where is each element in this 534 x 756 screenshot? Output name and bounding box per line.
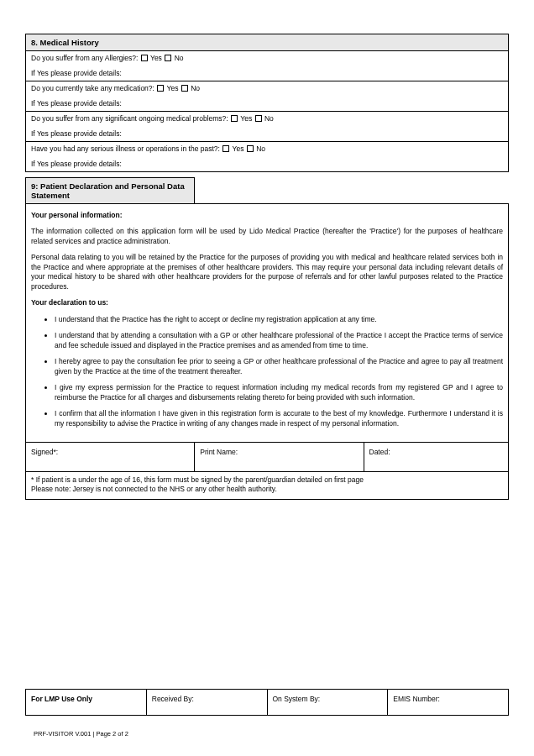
signed-cell[interactable]: Signed*:	[26, 442, 195, 471]
print-name-cell[interactable]: Print Name:	[195, 442, 364, 471]
problems-yes-checkbox[interactable]	[231, 115, 238, 122]
illness-question: Have you had any serious illness or oper…	[31, 144, 220, 153]
dated-label: Dated:	[369, 448, 390, 456]
personal-info-heading: Your personal information:	[31, 211, 503, 220]
no-label: No	[256, 144, 265, 153]
declaration-item-5: I confirm that all the information I hav…	[55, 409, 503, 428]
personal-info-p2: Personal data relating to you will be re…	[31, 253, 503, 291]
footnote-line-2: Please note: Jersey is not connected to …	[31, 485, 503, 494]
medication-question: Do you currently take any medication?:	[31, 84, 154, 92]
illness-yes-checkbox[interactable]	[222, 145, 229, 152]
declaration-heading: Your declaration to us:	[31, 298, 503, 307]
yes-label: Yes	[240, 114, 252, 123]
yes-label: Yes	[150, 54, 162, 62]
footnote-cell: * If patient is a under the age of 16, t…	[26, 471, 509, 499]
problems-no-checkbox[interactable]	[255, 115, 262, 122]
allergies-details-label: If Yes please provide details:	[31, 69, 503, 77]
allergies-yes-checkbox[interactable]	[141, 55, 148, 61]
signature-row: Signed*: Print Name: Dated:	[26, 442, 509, 471]
problems-details-label: If Yes please provide details:	[31, 129, 503, 138]
declaration-item-4: I give my express permission for the Pra…	[55, 383, 503, 402]
received-by-cell[interactable]: Received By:	[146, 690, 267, 716]
allergies-row: Do you suffer from any Allergies?: Yes N…	[26, 51, 509, 81]
declaration-item-2: I understand that by attending a consult…	[55, 331, 503, 350]
allergies-question: Do you suffer from any Allergies?:	[31, 54, 138, 62]
no-label: No	[264, 114, 274, 123]
section-8-header: 8. Medical History	[26, 34, 509, 51]
print-name-label: Print Name:	[200, 448, 238, 456]
declaration-body: Your personal information: The informati…	[26, 204, 509, 443]
page-footer: PRF-VISITOR V.001 | Page 2 of 2	[34, 730, 128, 738]
medication-yes-checkbox[interactable]	[157, 85, 164, 92]
footnote-line-1: * If patient is a under the age of 16, t…	[31, 475, 503, 485]
personal-info-p1: The information collected on this applic…	[31, 227, 503, 246]
illness-details-label: If Yes please provide details:	[31, 160, 503, 168]
medication-details-label: If Yes please provide details:	[31, 99, 503, 108]
no-label: No	[175, 54, 184, 62]
on-system-by-label: On System By:	[273, 695, 321, 703]
received-by-label: Received By:	[152, 695, 194, 703]
declaration-item-1: I understand that the Practice has the r…	[55, 315, 503, 324]
allergies-no-checkbox[interactable]	[165, 55, 171, 61]
section-8-table: 8. Medical History Do you suffer from an…	[25, 34, 509, 172]
on-system-by-cell[interactable]: On System By:	[267, 690, 388, 716]
medication-row: Do you currently take any medication?: Y…	[26, 81, 509, 112]
emis-number-cell[interactable]: EMIS Number:	[388, 690, 509, 716]
medication-no-checkbox[interactable]	[181, 85, 188, 92]
yes-label: Yes	[167, 84, 179, 92]
illness-no-checkbox[interactable]	[247, 145, 254, 152]
declaration-list: I understand that the Practice has the r…	[31, 315, 503, 428]
section-9-header: 9: Patient Declaration and Personal Data…	[26, 178, 195, 204]
declaration-item-3: I hereby agree to pay the consultation f…	[55, 357, 503, 376]
lmp-table: For LMP Use Only Received By: On System …	[25, 689, 509, 716]
page-content: 8. Medical History Do you suffer from an…	[0, 0, 534, 530]
section-9-table: 9: Patient Declaration and Personal Data…	[25, 177, 509, 500]
dated-cell[interactable]: Dated:	[364, 442, 509, 471]
signed-label: Signed*:	[31, 448, 58, 456]
lmp-title-cell: For LMP Use Only	[26, 690, 147, 716]
problems-row: Do you suffer from any significant ongoi…	[26, 112, 509, 142]
illness-row: Have you had any serious illness or oper…	[26, 142, 509, 172]
emis-number-label: EMIS Number:	[393, 695, 440, 703]
yes-label: Yes	[233, 144, 244, 153]
problems-question: Do you suffer from any significant ongoi…	[31, 114, 228, 123]
no-label: No	[191, 84, 200, 92]
